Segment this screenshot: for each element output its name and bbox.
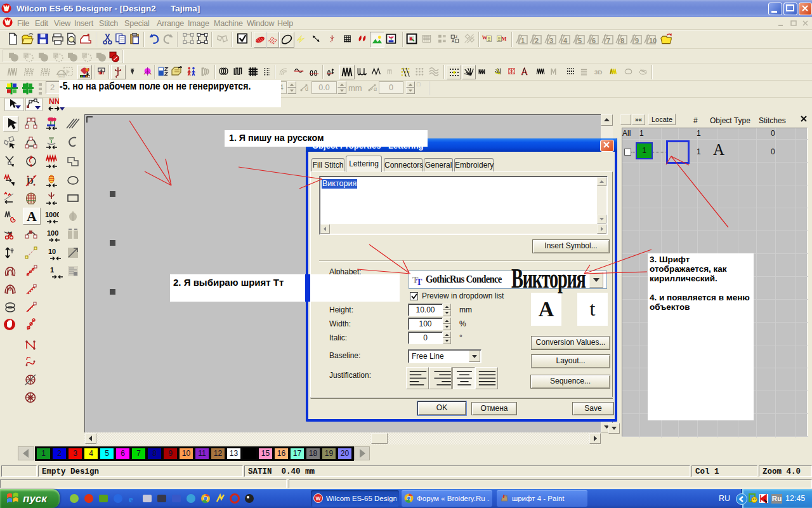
svg-text:T: T — [416, 277, 422, 286]
svg-text:3D: 3D — [594, 69, 603, 76]
svg-text:5: 5 — [578, 37, 582, 44]
svg-text:10: 10 — [48, 248, 56, 255]
svg-text:W: W — [315, 495, 321, 502]
svg-text:8: 8 — [620, 37, 624, 44]
svg-text:3: 3 — [549, 37, 553, 44]
svg-text:2: 2 — [535, 37, 539, 44]
svg-text:7: 7 — [606, 37, 610, 44]
svg-text:1: 1 — [521, 37, 525, 44]
svg-text:4: 4 — [563, 37, 568, 44]
svg-text:d: d — [305, 86, 308, 92]
svg-text:6: 6 — [592, 37, 596, 44]
svg-text:9: 9 — [635, 37, 639, 44]
svg-text:10: 10 — [649, 37, 657, 44]
svg-text:100: 100 — [47, 229, 58, 237]
svg-text:1000: 1000 — [45, 211, 59, 218]
svg-text:α: α — [374, 86, 377, 92]
svg-text:1: 1 — [50, 266, 54, 274]
svg-text:NN: NN — [49, 97, 60, 106]
svg-text:e: e — [129, 494, 133, 504]
svg-text:M: M — [502, 36, 507, 42]
